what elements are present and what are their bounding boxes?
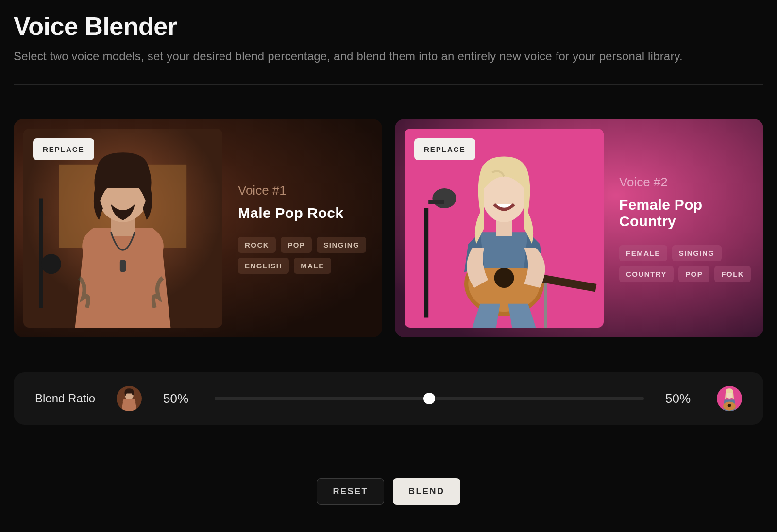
tag: FEMALE: [619, 245, 667, 261]
voice-2-image: REPLACE: [405, 129, 604, 328]
svg-rect-7: [120, 260, 126, 272]
voice-2-tags: FEMALE SINGING COUNTRY POP FOLK: [619, 245, 754, 282]
reset-button[interactable]: RESET: [317, 478, 384, 505]
svg-rect-9: [424, 208, 428, 318]
svg-point-10: [432, 188, 456, 208]
tag: ENGLISH: [238, 258, 289, 274]
tag: MALE: [294, 258, 331, 274]
svg-point-24: [728, 404, 731, 407]
tag: POP: [281, 237, 312, 253]
voice-2-avatar: [717, 386, 742, 411]
voice-1-label: Voice #1: [238, 183, 372, 198]
replace-button-2[interactable]: REPLACE: [414, 138, 475, 160]
tag: SINGING: [317, 237, 366, 253]
page-title: Voice Blender: [14, 12, 763, 41]
blend-ratio-label: Blend Ratio: [35, 392, 95, 405]
tag: ROCK: [238, 237, 276, 253]
replace-button-1[interactable]: REPLACE: [33, 138, 94, 160]
tag: COUNTRY: [619, 266, 674, 282]
voice-1-avatar: [117, 386, 142, 411]
blend-ratio-bar: Blend Ratio 50% 50%: [14, 372, 763, 425]
voice-2-label: Voice #2: [619, 175, 754, 190]
header-divider: [14, 84, 763, 85]
page-subtitle: Select two voice models, set your desire…: [14, 50, 763, 63]
tag: FOLK: [714, 266, 751, 282]
actions-row: RESET BLEND: [14, 478, 763, 505]
voice-2-info: Voice #2 Female Pop Country FEMALE SINGI…: [619, 175, 754, 282]
voice-2-name: Female Pop Country: [619, 197, 754, 230]
tag: POP: [678, 266, 709, 282]
blend-slider-thumb[interactable]: [423, 393, 435, 404]
left-percent: 50%: [163, 391, 193, 406]
svg-rect-3: [39, 199, 43, 308]
tag: SINGING: [672, 245, 722, 261]
voice-cards-row: REPLACE: [14, 119, 763, 337]
voice-1-info: Voice #1 Male Pop Rock ROCK POP SINGING …: [238, 183, 372, 274]
right-percent: 50%: [665, 391, 695, 406]
blend-button[interactable]: BLEND: [393, 478, 460, 505]
voice-1-name: Male Pop Rock: [238, 205, 372, 221]
voice-1-tags: ROCK POP SINGING ENGLISH MALE: [238, 237, 372, 274]
svg-rect-12: [544, 278, 547, 328]
svg-rect-11: [428, 200, 444, 204]
voice-1-image: REPLACE: [23, 129, 222, 328]
svg-point-4: [41, 254, 61, 274]
svg-point-15: [494, 268, 514, 288]
blend-slider[interactable]: [215, 397, 644, 400]
voice-card-1: REPLACE: [14, 119, 382, 337]
voice-card-2: REPLACE: [395, 119, 763, 337]
